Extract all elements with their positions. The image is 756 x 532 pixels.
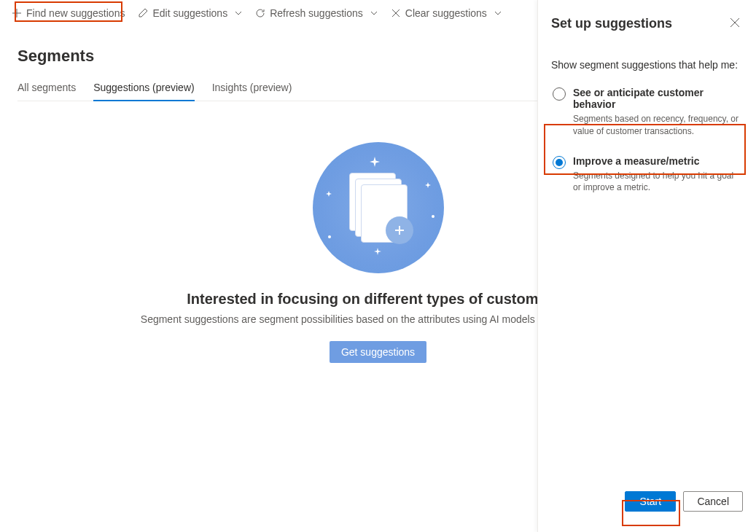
panel-header: Set up suggestions [551,15,743,33]
panel-title: Set up suggestions [551,16,672,31]
tab-insights[interactable]: Insights (preview) [212,76,292,101]
svg-point-1 [328,235,331,238]
refresh-icon [255,8,265,18]
edit-suggestions-label: Edit suggestions [152,7,227,19]
sparkle-icon [374,246,381,257]
get-suggestions-button[interactable]: Get suggestions [330,341,426,363]
cancel-button[interactable]: Cancel [683,491,743,512]
sparkle-icon [425,179,431,190]
clear-suggestions-label: Clear suggestions [405,7,487,19]
find-suggestions-command[interactable]: Find new suggestions [6,4,130,22]
hero-title: Interested in focusing on different type… [187,291,569,308]
clear-suggestions-command[interactable]: Clear suggestions [385,4,507,22]
sparkle-icon [327,230,332,241]
chevron-down-icon [370,7,378,19]
option-title: See or anticipate customer behavior [573,87,741,110]
refresh-suggestions-command[interactable]: Refresh suggestions [249,4,383,22]
option-customer-behavior[interactable]: See or anticipate customer behavior Segm… [551,84,743,144]
option-description: Segments based on recency, frequency, or… [573,113,741,138]
chevron-down-icon [235,7,242,19]
sparkle-icon [431,209,435,221]
option-description: Segments designed to help you hit a goal… [573,170,741,195]
panel-instruction: Show segment suggestions that help me: [551,59,743,71]
pencil-icon [138,8,148,18]
chevron-down-icon [494,7,502,19]
refresh-suggestions-label: Refresh suggestions [270,7,363,19]
sparkle-icon [326,187,332,199]
radio-unselected[interactable] [553,87,566,101]
svg-point-0 [432,215,434,218]
find-suggestions-label: Find new suggestions [26,7,125,19]
radio-selected[interactable] [553,156,566,169]
option-improve-metric[interactable]: Improve a measure/metric Segments design… [551,152,743,200]
add-badge-icon [386,216,413,244]
edit-suggestions-command[interactable]: Edit suggestions [132,4,248,22]
sparkle-icon [370,157,380,169]
clear-icon [391,8,401,18]
tab-all-segments[interactable]: All segments [17,76,76,101]
hero-illustration [313,142,444,273]
plus-icon [12,8,22,18]
start-button[interactable]: Start [625,491,676,512]
close-button[interactable] [727,15,743,33]
option-title: Improve a measure/metric [573,155,741,167]
tab-suggestions[interactable]: Suggestions (preview) [93,76,195,101]
setup-panel: Set up suggestions Show segment suggesti… [537,0,756,532]
panel-actions: Start Cancel [551,491,743,517]
